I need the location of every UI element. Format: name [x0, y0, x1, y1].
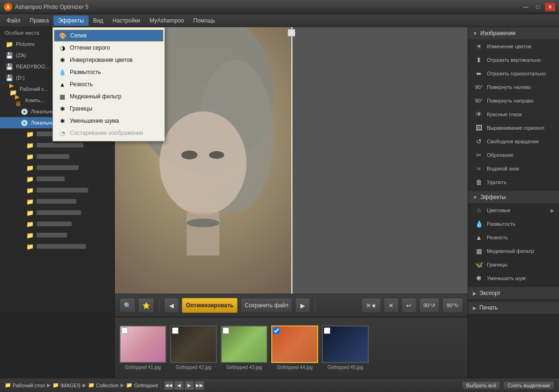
select-all-btn[interactable]: Выбрать всё [462, 381, 501, 390]
sidebar-item-blur6[interactable]: 📁 [0, 185, 114, 196]
panel-watermark[interactable]: ≈ Водяной знак [468, 162, 559, 176]
next-btn[interactable]: ▶ [295, 298, 310, 313]
nav-next-one-btn[interactable]: ▶ [185, 381, 194, 390]
panel-blur-effect[interactable]: 💧 Размытость [468, 217, 559, 231]
undo-btn[interactable]: ↩ [402, 298, 417, 313]
deselect-btn[interactable]: Снять выделение [503, 381, 554, 390]
panel-rotate-right[interactable]: 90° Повернуть направо [468, 94, 559, 108]
panel-median-effect[interactable]: ▦ Медианный фильтр [468, 244, 559, 258]
panel-rotate-left[interactable]: 90° Повернуть налево [468, 81, 559, 94]
sidebar-item-blur10[interactable]: 📁 [0, 229, 114, 241]
effect-blur[interactable]: 💧 Размытость [53, 66, 164, 78]
panel-section-effects: ▼ Эффекты ☆ Цветовые ▶ 💧 Размытость ▲ Ре… [468, 191, 559, 285]
sidebar-item-blur11[interactable]: 📁 [0, 241, 114, 252]
menu-help[interactable]: Помощь [189, 15, 220, 26]
flip-v-icon: ⬍ [475, 56, 483, 64]
menu-edit[interactable]: Правка [25, 15, 54, 26]
denoise-label: Уменьшение шума [70, 118, 119, 124]
effect-grayscale[interactable]: ◑ Оттенки серого [53, 42, 164, 54]
age-label: Состаривание изображения [70, 130, 143, 136]
thumb-check-44[interactable] [273, 327, 280, 334]
sidebar-item-blur8[interactable]: 📁 [0, 207, 114, 218]
svg-point-14 [209, 151, 224, 159]
optimize-btn[interactable]: Оптимизировать [182, 298, 238, 313]
panel-print-header[interactable]: ▶ Печать [468, 302, 559, 314]
panel-red-eye[interactable]: 👁 Красные глаза [468, 108, 559, 121]
delete-marked-btn[interactable]: ✕★ [362, 298, 381, 313]
menu-view[interactable]: Вид [89, 15, 108, 26]
thumb-43[interactable]: Girltripped 43.jpg [221, 325, 268, 370]
close-button[interactable]: ✕ [545, 3, 555, 11]
effect-edges[interactable]: ✱ Границы [53, 103, 164, 115]
menu-settings[interactable]: Настройки [108, 15, 145, 26]
panel-denoise-effect[interactable]: ✱ Уменьшить шум [468, 272, 559, 285]
panel-flip-h[interactable]: ⬌ Отразить горизонтально [468, 67, 559, 81]
panel-image-header[interactable]: ▼ Изображение [468, 27, 559, 40]
center-area: ◀▶ [115, 27, 468, 378]
thumb-check-42[interactable] [172, 327, 179, 334]
split-line [291, 27, 292, 294]
computer-icon: ▶🖥 [15, 96, 22, 104]
minimize-button[interactable]: — [521, 3, 531, 11]
panel-effects-header[interactable]: ▼ Эффекты [468, 191, 559, 204]
panel-flip-v[interactable]: ⬍ Отразить вертикально [468, 53, 559, 67]
thumb-check-41[interactable] [121, 327, 128, 334]
crumb-arrow3: ▶ [120, 382, 124, 388]
save-btn[interactable]: Сохранить файл [240, 298, 292, 313]
export-section-label: Экспорт [479, 290, 500, 296]
thumb-45[interactable]: Girltripped 45.jpg [322, 325, 369, 370]
blur-effect-icon: 💧 [475, 220, 483, 228]
menu-effects[interactable]: Эффекты [53, 15, 89, 26]
maximize-button[interactable]: □ [533, 3, 543, 11]
panel-export-header[interactable]: ▶ Экспорт [468, 287, 559, 300]
thumb-44[interactable]: Girltripped 44.jpg [271, 325, 318, 370]
thumb-label-43: Girltripped 43.jpg [226, 365, 262, 370]
blur-label5 [37, 177, 65, 181]
sharpen-effect-label: Резкость [487, 235, 508, 240]
menu-file[interactable]: Файл [2, 15, 25, 26]
sidebar-item-blur9[interactable]: 📁 [0, 218, 114, 229]
sidebar-item-blur4[interactable]: 📁 [0, 162, 114, 173]
panel-free-rotate[interactable]: ↺ Свободное вращение [468, 135, 559, 148]
panel-color-change[interactable]: ☀ Изменение цветов [468, 40, 559, 53]
sidebar-item-blur3[interactable]: 📁 [0, 151, 114, 162]
effect-sepia[interactable]: 🎨 Сепия [54, 30, 164, 42]
prev-btn[interactable]: ◀ [164, 298, 179, 313]
effect-median[interactable]: ▦ Медианный фильтр [53, 90, 164, 103]
thumb-check-45[interactable] [324, 327, 330, 334]
folder-icon: 📁 [6, 40, 13, 48]
nav-prev-btn[interactable]: ◀◀ [164, 381, 173, 390]
sidebar-item-blur5[interactable]: 📁 [0, 173, 114, 185]
delete-btn[interactable]: ✕ [384, 298, 399, 313]
sidebar-item-blur7[interactable]: 📁 [0, 196, 114, 207]
blur-folder5: 📁 [26, 175, 34, 183]
rotate-left-label: Повернуть налево [487, 84, 531, 90]
crop-icon: ✂ [475, 151, 483, 159]
panel-color-effects[interactable]: ☆ Цветовые ▶ [468, 204, 559, 217]
effect-sharpen[interactable]: ▲ Резкость [53, 78, 164, 90]
panel-horizon[interactable]: 🖼 Выравнивание горизонт. [468, 121, 559, 135]
panel-sharpen-effect[interactable]: ▲ Резкость [468, 231, 559, 244]
menu-myashampoo[interactable]: MyAshampoo [145, 15, 188, 26]
thumb-41[interactable]: Girltripped 41.jpg [119, 325, 166, 370]
panel-delete[interactable]: 🗑 Удалить [468, 176, 559, 189]
nav-prev-one-btn[interactable]: ◀ [174, 381, 184, 390]
zoom-btn[interactable]: 🔍 [119, 298, 135, 313]
flip-h-icon: ⬌ [475, 69, 483, 78]
split-handle-top[interactable]: ◀▶ [288, 29, 295, 37]
effect-denoise[interactable]: ✱ Уменьшение шума [53, 115, 164, 127]
export-arrow-icon: ▶ [473, 291, 477, 296]
sun-icon: ☀ [475, 42, 483, 51]
app-icon: A [4, 3, 12, 11]
panel-crop[interactable]: ✂ Обрезание [468, 148, 559, 162]
thumb-42[interactable]: Girltripped 42.jpg [170, 325, 217, 370]
nav-next-btn[interactable]: ▶▶ [195, 381, 204, 390]
panel-edges-effect[interactable]: 🦋 Границы [468, 258, 559, 272]
rotate-right-btn[interactable]: 90°↻ [442, 298, 463, 313]
star-btn[interactable]: ⭐ [138, 298, 154, 313]
thumb-check-43[interactable] [223, 327, 229, 334]
panel-section-print: ▶ Печать [468, 302, 559, 314]
rotate-left-btn[interactable]: 90°↺ [419, 298, 440, 313]
grayscale-label: Оттенки серого [70, 44, 110, 51]
effect-invert[interactable]: ✱ Инвертирование цветов [53, 54, 164, 66]
